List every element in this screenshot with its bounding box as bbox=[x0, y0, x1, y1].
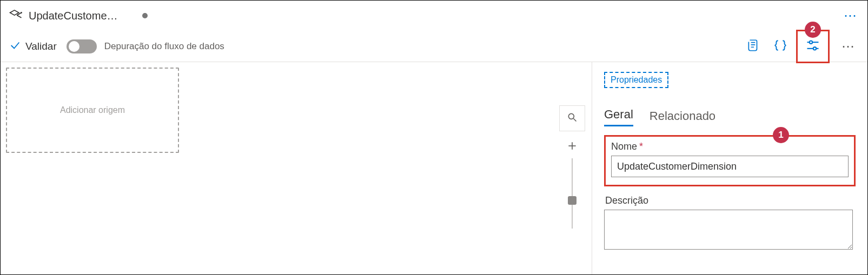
name-label-text: Nome bbox=[611, 141, 637, 152]
zoom-in-button[interactable] bbox=[559, 139, 585, 155]
toolbar-right-actions: 2 ⋯ bbox=[742, 30, 859, 63]
zoom-slider-track[interactable] bbox=[572, 158, 573, 229]
svg-point-2 bbox=[810, 41, 812, 43]
validate-button[interactable]: Validar bbox=[9, 39, 57, 53]
braces-icon bbox=[773, 38, 787, 55]
toggle-track-icon bbox=[67, 39, 97, 53]
code-braces-button[interactable] bbox=[769, 35, 792, 58]
script-icon bbox=[746, 38, 760, 55]
name-field-highlight: 1 Nome* bbox=[604, 135, 856, 186]
checkmark-icon bbox=[9, 39, 21, 53]
properties-tabs: Geral Relacionado bbox=[604, 108, 856, 126]
script-button[interactable] bbox=[742, 35, 765, 58]
required-asterisk-icon: * bbox=[639, 141, 643, 152]
dataflow-icon bbox=[8, 7, 23, 24]
properties-panel: Propriedades Geral Relacionado 1 Nome* D… bbox=[592, 62, 867, 274]
toolbar: Validar Depuração do fluxo de dados 2 bbox=[1, 31, 867, 62]
description-field-label: Descrição bbox=[605, 195, 856, 206]
canvas-controls bbox=[559, 105, 585, 229]
svg-line-6 bbox=[574, 119, 577, 122]
add-source-label: Adicionar origem bbox=[60, 105, 125, 115]
debug-toggle-label: Depuração do fluxo de dados bbox=[104, 41, 224, 52]
toolbar-more-button[interactable]: ⋯ bbox=[838, 37, 859, 56]
add-source-button[interactable]: Adicionar origem bbox=[6, 68, 179, 153]
debug-toggle[interactable]: Depuração do fluxo de dados bbox=[67, 39, 224, 53]
toggle-thumb-icon bbox=[69, 41, 79, 52]
settings-button-highlight: 2 bbox=[796, 30, 830, 63]
description-textarea[interactable] bbox=[604, 210, 853, 250]
svg-point-4 bbox=[813, 47, 816, 50]
search-canvas-button[interactable] bbox=[559, 105, 585, 131]
validate-label: Validar bbox=[25, 41, 57, 52]
title-bar: UpdateCustomerDi... ⋯ bbox=[1, 1, 867, 31]
svg-point-5 bbox=[568, 113, 574, 119]
document-tab[interactable]: UpdateCustomerDi... bbox=[6, 1, 154, 31]
titlebar-more-button[interactable]: ⋯ bbox=[839, 6, 862, 25]
tab-related[interactable]: Relacionado bbox=[650, 109, 715, 126]
callout-badge-2: 2 bbox=[805, 22, 821, 38]
properties-panel-title[interactable]: Propriedades bbox=[604, 72, 668, 88]
settings-sliders-icon bbox=[805, 38, 820, 55]
general-form: 1 Nome* Descrição bbox=[604, 135, 856, 252]
unsaved-indicator-icon bbox=[142, 13, 148, 18]
main-area: Adicionar origem Propriedade bbox=[1, 62, 867, 274]
zoom-slider-thumb[interactable] bbox=[568, 196, 577, 205]
document-tab-title: UpdateCustomerDi... bbox=[29, 10, 121, 22]
zoom-slider[interactable] bbox=[559, 139, 585, 229]
name-input[interactable] bbox=[611, 156, 849, 177]
dataflow-canvas[interactable]: Adicionar origem bbox=[1, 62, 592, 274]
name-field-label: Nome* bbox=[611, 141, 849, 152]
plus-icon bbox=[567, 140, 578, 153]
tab-general[interactable]: Geral bbox=[604, 108, 633, 126]
search-icon bbox=[567, 112, 578, 125]
svg-point-0 bbox=[21, 12, 22, 13]
callout-badge-1: 1 bbox=[773, 127, 789, 143]
